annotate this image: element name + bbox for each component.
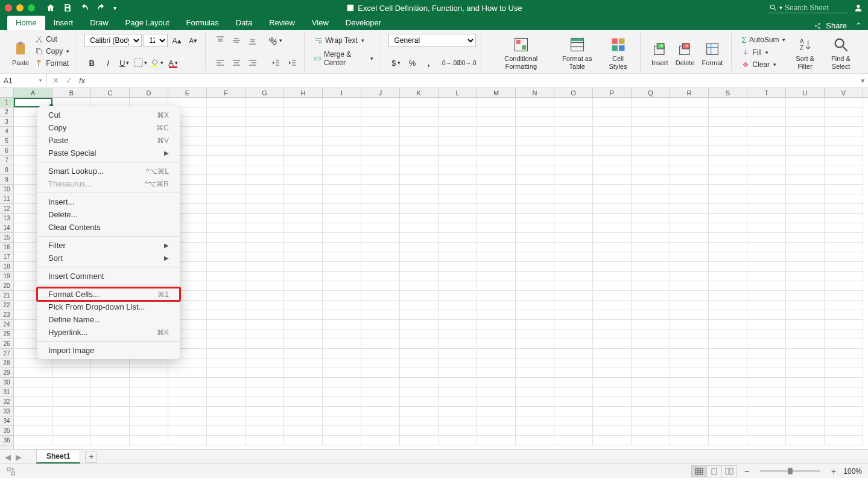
cell[interactable] — [632, 252, 670, 262]
cell[interactable] — [207, 136, 246, 146]
cell[interactable] — [747, 320, 786, 330]
cell[interactable] — [439, 156, 477, 165]
cell[interactable] — [554, 156, 593, 165]
cell[interactable] — [593, 368, 632, 378]
cell[interactable] — [439, 214, 477, 223]
align-middle-icon[interactable] — [229, 34, 244, 47]
row-header[interactable]: 18 — [0, 262, 13, 272]
cell[interactable] — [593, 436, 632, 445]
cell[interactable] — [361, 397, 400, 407]
cell[interactable] — [284, 175, 323, 185]
cell[interactable] — [786, 107, 825, 117]
search-sheet-box[interactable]: ▾ — [767, 3, 847, 13]
cell[interactable] — [284, 416, 323, 426]
cell[interactable] — [284, 185, 323, 194]
align-right-icon[interactable] — [246, 56, 260, 69]
cell[interactable] — [747, 426, 786, 436]
cell[interactable] — [670, 387, 709, 397]
decrease-decimal-icon[interactable]: .00→.0 — [459, 56, 474, 69]
cell[interactable] — [747, 281, 786, 291]
cell[interactable] — [709, 243, 747, 252]
row-header[interactable]: 26 — [0, 339, 13, 349]
cell[interactable] — [516, 330, 554, 339]
cell[interactable] — [246, 436, 284, 445]
cell[interactable] — [284, 156, 323, 165]
cell[interactable] — [593, 204, 632, 214]
cell[interactable] — [207, 368, 246, 378]
cell[interactable] — [709, 117, 747, 127]
cell[interactable] — [554, 310, 593, 320]
tab-data[interactable]: Data — [227, 16, 261, 30]
row-header[interactable]: 7 — [0, 156, 13, 165]
cell[interactable] — [554, 136, 593, 146]
cell[interactable] — [786, 436, 825, 445]
cell[interactable] — [477, 243, 516, 252]
cell[interactable] — [284, 368, 323, 378]
cell[interactable] — [439, 175, 477, 185]
cell[interactable] — [709, 397, 747, 407]
zoom-level[interactable]: 100% — [843, 467, 862, 476]
column-header[interactable]: A — [14, 88, 52, 97]
row-header[interactable]: 27 — [0, 349, 13, 358]
cell[interactable] — [323, 243, 361, 252]
cell[interactable] — [323, 368, 361, 378]
row-header[interactable]: 20 — [0, 281, 13, 291]
cell[interactable] — [284, 387, 323, 397]
cell[interactable] — [632, 185, 670, 194]
cell[interactable] — [246, 194, 284, 204]
cell[interactable] — [477, 397, 516, 407]
cell[interactable] — [632, 358, 670, 368]
cell[interactable] — [554, 320, 593, 330]
cell[interactable] — [439, 194, 477, 204]
cell[interactable] — [323, 358, 361, 368]
cell[interactable] — [709, 107, 747, 117]
cell[interactable] — [130, 436, 168, 445]
cell[interactable] — [284, 310, 323, 320]
cell[interactable] — [709, 272, 747, 281]
cell[interactable] — [554, 387, 593, 397]
cell[interactable] — [632, 127, 670, 136]
cell[interactable] — [400, 272, 439, 281]
cell[interactable] — [554, 127, 593, 136]
row-header[interactable]: 11 — [0, 194, 13, 204]
tab-developer[interactable]: Developer — [337, 16, 390, 30]
cell[interactable] — [825, 107, 863, 117]
cell[interactable] — [709, 368, 747, 378]
cell[interactable] — [323, 185, 361, 194]
cell[interactable] — [52, 387, 91, 397]
cell[interactable] — [207, 436, 246, 445]
column-header[interactable]: K — [400, 88, 439, 97]
cell[interactable] — [246, 165, 284, 175]
cell[interactable] — [747, 117, 786, 127]
row-header[interactable]: 12 — [0, 204, 13, 214]
row-header[interactable]: 5 — [0, 136, 13, 146]
cell[interactable] — [632, 223, 670, 233]
cell[interactable] — [52, 378, 91, 387]
cell[interactable] — [361, 146, 400, 156]
cell[interactable] — [361, 330, 400, 339]
menu-item-cut[interactable]: Cut⌘X — [37, 109, 180, 121]
cell[interactable] — [670, 107, 709, 117]
cell[interactable] — [516, 291, 554, 301]
cell[interactable] — [593, 175, 632, 185]
cell[interactable] — [632, 233, 670, 243]
cell[interactable] — [91, 387, 130, 397]
cell[interactable] — [670, 146, 709, 156]
tab-review[interactable]: Review — [261, 16, 303, 30]
cell[interactable] — [91, 436, 130, 445]
cell[interactable] — [516, 243, 554, 252]
cell[interactable] — [786, 330, 825, 339]
cell[interactable] — [670, 358, 709, 368]
cell[interactable] — [361, 175, 400, 185]
cell[interactable] — [14, 397, 52, 407]
cell[interactable] — [825, 185, 863, 194]
name-box[interactable]: A1▼ — [0, 74, 47, 88]
cell[interactable] — [439, 368, 477, 378]
cell[interactable] — [323, 407, 361, 416]
cell[interactable] — [477, 416, 516, 426]
column-header[interactable]: R — [670, 88, 709, 97]
cell[interactable] — [670, 339, 709, 349]
cell[interactable] — [554, 146, 593, 156]
cell[interactable] — [632, 349, 670, 358]
cell[interactable] — [825, 136, 863, 146]
